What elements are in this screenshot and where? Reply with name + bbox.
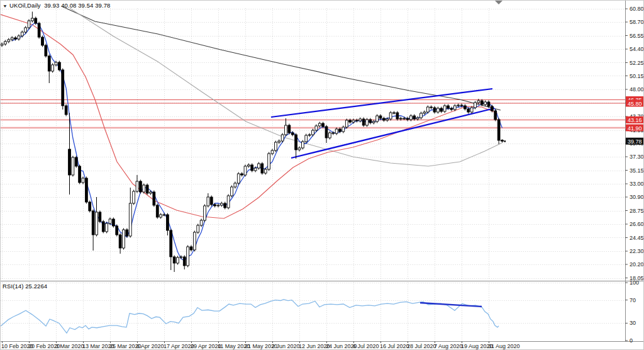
candle (443, 106, 446, 111)
candle (173, 257, 175, 263)
price-axis[interactable]: 60.8058.7056.5554.4052.2550.1548.0045.85… (625, 6, 644, 344)
candle (177, 257, 179, 263)
candle (271, 150, 274, 154)
candle (85, 178, 87, 202)
price-tick-label: 56.55 (630, 33, 644, 39)
candle (460, 105, 463, 106)
candle (308, 135, 311, 135)
candle (123, 230, 125, 248)
price-tick-label: 52.25 (630, 60, 644, 66)
candle (35, 18, 37, 23)
candle (62, 70, 64, 106)
moving-averages (1, 6, 502, 261)
candle (224, 203, 226, 208)
candle (318, 123, 321, 126)
candle (109, 219, 111, 223)
candle (65, 106, 67, 115)
candle (322, 123, 325, 127)
price-tick-label: 22.30 (630, 248, 644, 254)
candle (345, 120, 348, 127)
candle (156, 205, 158, 217)
price-tick-label: 33.00 (630, 181, 644, 187)
candle (72, 157, 74, 175)
candle (45, 45, 47, 56)
candle (352, 120, 355, 122)
time-axis[interactable]: 10 Feb 202020 Feb 20203 Mar 202013 Mar 2… (1, 341, 520, 349)
candle (396, 113, 399, 119)
candle (207, 197, 209, 206)
chart-title[interactable]: ▼UKOil,Daily 39.93 40.08 39.54 39.78 (3, 2, 111, 9)
candle (497, 120, 500, 140)
trend-channel[interactable] (271, 89, 494, 158)
rsi-line (1, 300, 499, 333)
candle (366, 120, 369, 125)
candle (274, 142, 277, 150)
candle (477, 101, 480, 103)
price-chart[interactable]: 60.8058.7056.5554.4052.2550.1548.0045.85… (1, 1, 644, 350)
candle (420, 113, 423, 118)
candle (247, 165, 250, 166)
price-tick-label: 50.15 (630, 73, 644, 79)
svg-text:39.78: 39.78 (628, 138, 642, 145)
symbol-dropdown-icon[interactable]: ▼ (3, 3, 8, 9)
candle (312, 130, 314, 135)
candle (487, 102, 490, 106)
candle (261, 164, 264, 173)
candle (31, 18, 33, 21)
candle (470, 108, 473, 112)
candle (433, 108, 436, 112)
candle (234, 183, 236, 187)
candle (42, 37, 44, 45)
candle (305, 135, 308, 142)
candle (369, 120, 372, 123)
candle (82, 178, 84, 183)
rsi-tick-label: 100 (630, 279, 639, 286)
date-tick-label: 6 Jul 2020 (353, 343, 379, 349)
candle (190, 247, 192, 250)
candle (227, 196, 230, 208)
candle (69, 149, 71, 175)
candle (143, 185, 145, 192)
candle (106, 223, 108, 232)
candle (8, 40, 10, 42)
candle (241, 174, 243, 175)
candle (409, 116, 412, 120)
candle (491, 106, 493, 111)
candle (89, 202, 91, 211)
candle (254, 168, 257, 171)
candle (453, 106, 456, 110)
price-tick-label: 35.15 (630, 167, 644, 174)
candle (501, 140, 504, 142)
candle (217, 205, 219, 206)
chart-shift-marker[interactable] (495, 1, 502, 4)
candle (136, 181, 138, 191)
candle (1, 44, 3, 45)
candle (376, 116, 379, 121)
horizontal-lines[interactable] (1, 100, 625, 128)
svg-text:43.16: 43.16 (628, 117, 642, 123)
date-tick-label: 2 Jun 2020 (272, 343, 300, 349)
candle (237, 174, 240, 183)
date-tick-label: 28 Jul 2020 (407, 343, 436, 349)
candle (126, 230, 128, 236)
price-tick-label: 26.60 (630, 221, 644, 227)
date-tick-label: 31 Aug 2020 (488, 343, 520, 349)
price-tick-label: 30.90 (630, 194, 644, 200)
candle (187, 247, 189, 266)
rsi-tick-label: 0 (630, 337, 633, 344)
candle (92, 211, 94, 235)
candle (430, 107, 433, 108)
ohlc-values: 39.93 40.08 39.54 39.78 (44, 2, 110, 9)
candle (200, 220, 203, 225)
rsi-tick-label: 70 (630, 297, 636, 303)
candle (484, 102, 487, 104)
channel-lower-trendline[interactable] (291, 108, 494, 158)
candle (268, 154, 270, 169)
candle (403, 118, 406, 119)
candle (163, 215, 165, 215)
candle (52, 65, 54, 71)
grid-layer (1, 8, 625, 341)
candle (413, 116, 416, 119)
svg-text:45.80: 45.80 (628, 101, 642, 107)
date-tick-label: 16 Jul 2020 (380, 343, 409, 349)
